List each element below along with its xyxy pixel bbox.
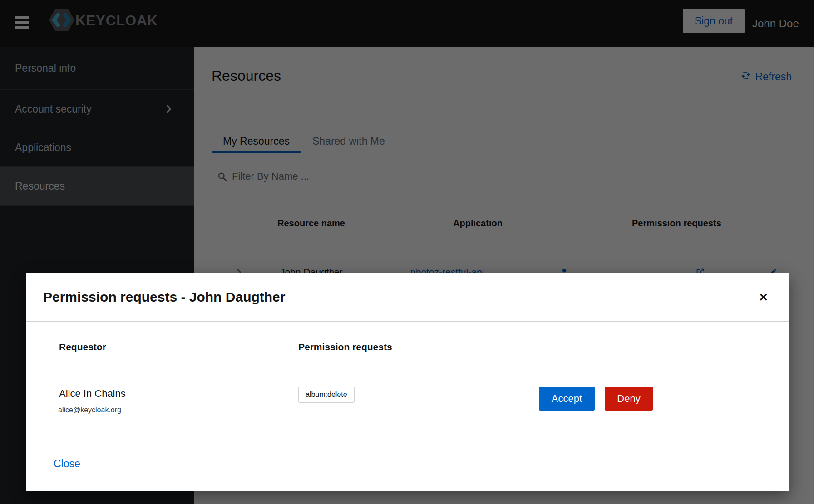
- accept-button[interactable]: Accept: [539, 387, 595, 411]
- requestor-email: alice@keycloak.org: [58, 406, 121, 414]
- modal-footer-divider: [42, 436, 772, 436]
- permission-requests-modal: Permission requests - John Daugther ✕ Re…: [26, 273, 789, 491]
- deny-button[interactable]: Deny: [605, 387, 653, 411]
- requestor-name: Alice In Chains: [59, 388, 126, 400]
- close-icon[interactable]: ✕: [756, 289, 771, 306]
- modal-body: Requestor Permission requests Alice In C…: [26, 322, 789, 491]
- permission-chip: album:delete: [298, 387, 355, 403]
- modal-close-link[interactable]: Close: [54, 458, 80, 470]
- modal-header: Permission requests - John Daugther ✕: [26, 273, 789, 322]
- keycloak-account-page: KEYCLOAK Sign out John Doe Personal info…: [0, 0, 814, 504]
- permission-requests-column-header: Permission requests: [298, 342, 392, 352]
- modal-title: Permission requests - John Daugther: [43, 289, 285, 305]
- requestor-column-header: Requestor: [59, 342, 106, 352]
